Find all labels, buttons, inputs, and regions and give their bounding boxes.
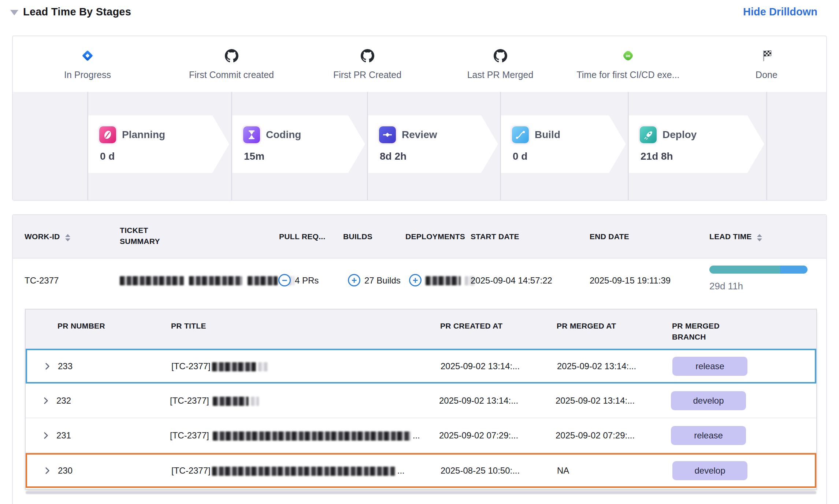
lead-time-value: 29d 11h: [709, 281, 743, 292]
stage-deploy: Deploy 21d 8h: [629, 115, 764, 173]
stage-divider: [231, 92, 232, 200]
column-pr-merged-at: PR MERGED AT: [557, 320, 616, 331]
work-table-header: WORK-ID TICKET SUMMARY PULL REQ... BUILD…: [13, 215, 826, 259]
stage-divider: [766, 92, 767, 200]
expand-builds-icon[interactable]: +: [348, 274, 360, 286]
branch-badge: release: [671, 426, 746, 445]
lead-time-bar-blue: [780, 266, 808, 274]
horizontal-scrollbar[interactable]: [26, 491, 816, 494]
stage-coding: Coding 15m: [232, 115, 365, 173]
column-lead-time: LEAD TIME: [709, 231, 762, 242]
expand-row-icon[interactable]: [41, 396, 51, 405]
builds-count: 27 Builds: [364, 275, 401, 286]
svg-text:∞: ∞: [626, 52, 631, 59]
collapse-prs-icon[interactable]: −: [278, 274, 291, 286]
pr-title: [TC-2377]...: [171, 465, 405, 475]
lead-time-bar-teal: [709, 266, 780, 274]
pull-requests-count: 4 PRs: [295, 275, 319, 286]
pr-merged-at: 2025-09-02 13:14:...: [556, 396, 635, 406]
hide-drilldown-link[interactable]: Hide Drilldown: [743, 6, 817, 18]
lead-time-by-stages-panel: Lead Time By Stages Hide Drilldown In Pr…: [0, 0, 839, 504]
pr-title: [TC-2377]: [171, 361, 268, 371]
milestone-in-progress: In Progress: [22, 48, 153, 80]
page-title: Lead Time By Stages: [23, 6, 131, 18]
rocket-icon: [640, 126, 657, 143]
column-end-date: END DATE: [590, 231, 629, 242]
pr-number: 230: [58, 466, 73, 476]
commit-icon: [379, 126, 396, 143]
milestone-cicd: ∞ Time for first CI/CD exe...: [562, 48, 694, 80]
expand-deployments-icon[interactable]: +: [409, 274, 422, 286]
start-date-value: 2025-09-04 14:57:22: [471, 275, 552, 286]
column-start-date: START DATE: [471, 231, 519, 242]
pr-title: [TC-2377]...: [170, 430, 420, 440]
pr-table-header: PR NUMBER PR TITLE PR CREATED AT PR MERG…: [26, 310, 816, 349]
github-icon: [301, 48, 433, 63]
column-work-id: WORK-ID: [25, 231, 70, 242]
finish-flag-icon: [701, 48, 832, 63]
planning-icon: [99, 126, 116, 143]
pr-created-at: 2025-09-02 07:29:...: [439, 430, 518, 441]
bezier-icon: [512, 126, 529, 143]
column-pr-number: PR NUMBER: [57, 320, 105, 331]
pr-title: [TC-2377]: [170, 395, 259, 405]
stage-divider: [367, 92, 368, 200]
end-date-value: 2025-09-15 19:11:39: [590, 275, 671, 286]
column-ticket-summary: TICKET SUMMARY: [120, 225, 184, 247]
pr-table: PR NUMBER PR TITLE PR CREATED AT PR MERG…: [25, 309, 817, 490]
github-icon: [166, 48, 297, 63]
column-pull-requests: PULL REQ...: [279, 231, 326, 242]
column-pr-merged-branch: PR MERGED BRANCH: [672, 320, 732, 343]
pr-merged-at: 2025-09-02 07:29:...: [556, 430, 635, 441]
stage-divider: [500, 92, 501, 200]
pr-row-232[interactable]: 232 [TC-2377] 2025-09-02 13:14:... 2025-…: [26, 383, 816, 418]
stage-divider: [87, 92, 88, 200]
expand-row-icon[interactable]: [41, 431, 51, 440]
hourglass-icon: [243, 126, 260, 143]
cicd-icon: ∞: [562, 48, 694, 63]
pr-created-at: 2025-08-25 10:50:...: [441, 466, 520, 476]
collapse-triangle-icon[interactable]: [10, 10, 18, 15]
milestone-done: Done: [701, 48, 832, 80]
pr-merged-at: NA: [557, 466, 569, 476]
milestone-first-pr: First PR Created: [301, 48, 433, 80]
stage-build: Build 0 d: [501, 115, 626, 173]
column-pr-created-at: PR CREATED AT: [440, 320, 502, 331]
stage-planning: Planning 0 d: [88, 115, 229, 173]
pr-created-at: 2025-09-02 13:14:...: [441, 361, 520, 371]
branch-badge: develop: [672, 461, 747, 480]
pr-created-at: 2025-09-02 13:14:...: [439, 396, 518, 406]
pr-number: 232: [56, 396, 71, 406]
lead-time-bar: [709, 266, 808, 274]
stage-divider: [628, 92, 629, 200]
milestone-last-pr-merged: Last PR Merged: [434, 48, 566, 80]
column-deployments: DEPLOYMENTS: [405, 231, 465, 242]
column-pr-title: PR TITLE: [171, 320, 206, 331]
sort-icon[interactable]: [65, 234, 70, 241]
github-icon: [434, 48, 566, 63]
column-builds: BUILDS: [343, 231, 372, 242]
stage-track: Planning 0 d Coding: [13, 92, 826, 200]
pr-row-231[interactable]: 231 [TC-2377]... 2025-09-02 07:29:... 20…: [26, 418, 816, 453]
pr-number: 231: [56, 430, 71, 441]
jira-status-icon: [22, 48, 153, 63]
work-id-value: TC-2377: [25, 275, 59, 286]
branch-badge: release: [672, 357, 747, 376]
pr-number: 233: [58, 361, 73, 371]
stage-review: Review 8d 2h: [368, 115, 498, 173]
branch-badge: develop: [671, 391, 746, 410]
sort-icon[interactable]: [757, 234, 762, 241]
milestone-first-commit: First Commit created: [166, 48, 297, 80]
pr-merged-at: 2025-09-02 13:14:...: [557, 361, 636, 371]
deployments-redacted: [426, 276, 475, 285]
work-item-row[interactable]: TC-2377 − 4 PRs + 27 Builds + 2025-09-04…: [13, 258, 826, 305]
pipeline-card: In Progress First Commit created First P…: [12, 36, 827, 201]
ticket-summary-redacted: [120, 276, 294, 285]
expand-row-icon[interactable]: [42, 466, 52, 475]
pr-row-230[interactable]: 230 [TC-2377]... 2025-08-25 10:50:... NA…: [26, 453, 816, 488]
pr-row-233[interactable]: 233 [TC-2377] 2025-09-02 13:14:... 2025-…: [26, 349, 816, 383]
expand-row-icon[interactable]: [42, 362, 52, 371]
